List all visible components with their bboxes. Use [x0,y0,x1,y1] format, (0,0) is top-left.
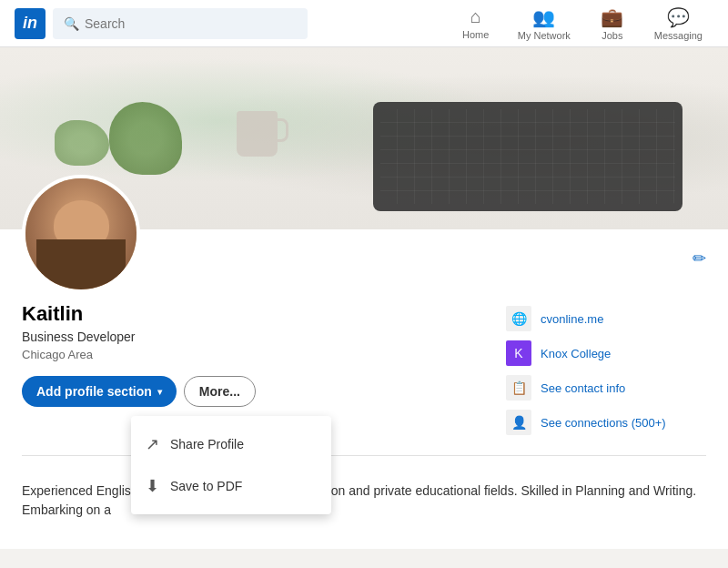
plant2-decoration [55,120,109,166]
profile-buttons-row: Add profile section ▾ More... ↗ Share Pr… [22,376,484,407]
nav-item-messaging[interactable]: 💬 Messaging [643,3,713,45]
more-button[interactable]: More... [184,376,256,407]
avatar-face [25,178,136,289]
messaging-icon: 💬 [667,6,690,28]
bio-section: Experienced English Teacher working in h… [0,467,728,534]
profile-title: Business Developer [22,330,484,344]
connections-link[interactable]: 👤 See connections (500+) [506,410,706,435]
knox-text: Knox College [541,347,611,360]
save-pdf-icon: ⬇ [146,476,159,496]
search-bar[interactable]: 🔍 [53,8,308,39]
contact-text: See contact info [541,381,625,395]
cvonline-text: cvonline.me [541,312,603,326]
nav-label-messaging: Messaging [654,30,703,41]
cvonline-icon: 🌐 [506,306,531,331]
share-profile-item[interactable]: ↗ Share Profile [131,423,331,465]
logo-text: in [23,14,37,33]
jobs-icon: 💼 [601,6,623,28]
mug-decoration [237,111,278,157]
edit-intro-button[interactable]: ✏ [684,244,713,273]
profile-name: Kaitlin [22,302,484,326]
profile-right-links: 🌐 cvonline.me K Knox College 📋 See conta… [506,302,706,444]
contact-icon: 📋 [506,375,531,401]
navbar: in 🔍 ⌂ Home 👥 My Network 💼 Jobs 💬 Messag… [0,0,728,47]
profile-card: ✏ Kaitlin Business Developer Chicago Are… [0,229,728,549]
add-profile-dropdown-arrow: ▾ [157,387,162,397]
more-dropdown-menu: ↗ Share Profile ⬇ Save to PDF [131,416,331,514]
add-profile-section-button[interactable]: Add profile section ▾ [22,376,177,407]
nav-item-mynetwork[interactable]: 👥 My Network [507,3,581,45]
avatar-wrapper [22,175,140,293]
nav-label-home: Home [462,29,489,40]
connections-icon: 👤 [506,410,531,435]
card-divider [22,455,706,456]
nav-items: ⌂ Home 👥 My Network 💼 Jobs 💬 Messaging [449,3,713,45]
nav-label-mynetwork: My Network [518,30,571,41]
keyboard-decoration [373,102,682,211]
nav-item-home[interactable]: ⌂ Home [449,3,503,44]
bio-text: Experienced English Teacher working in h… [22,482,706,520]
knox-college-link[interactable]: K Knox College [506,340,706,366]
connections-text: See connections (500+) [541,416,666,430]
avatar [22,175,140,293]
share-profile-icon: ↗ [146,434,159,454]
nav-item-jobs[interactable]: 💼 Jobs [585,3,640,45]
search-icon: 🔍 [64,16,79,31]
home-icon: ⌂ [470,6,481,27]
search-input[interactable] [85,16,297,31]
profile-location: Chicago Area [22,348,484,361]
nav-label-jobs: Jobs [602,30,622,41]
add-profile-label: Add profile section [36,384,152,399]
profile-left: Kaitlin Business Developer Chicago Area … [22,302,484,444]
save-to-pdf-item[interactable]: ⬇ Save to PDF [131,465,331,507]
my-network-icon: 👥 [532,6,555,28]
knox-icon: K [506,340,531,366]
cvonline-link[interactable]: 🌐 cvonline.me [506,306,706,331]
profile-page: ✏ Kaitlin Business Developer Chicago Are… [0,47,728,549]
contact-info-link[interactable]: 📋 See contact info [506,375,706,401]
linkedin-logo[interactable]: in [15,8,46,39]
save-pdf-label: Save to PDF [170,479,242,493]
share-profile-label: Share Profile [170,437,244,451]
